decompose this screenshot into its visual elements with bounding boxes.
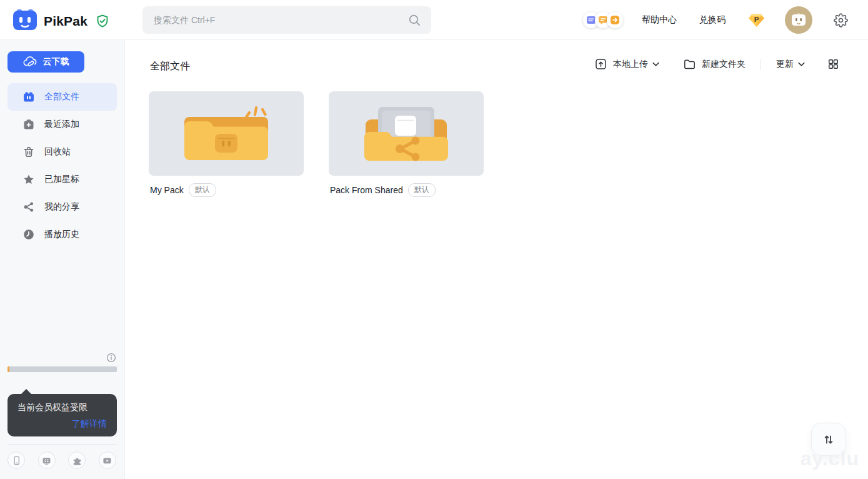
trash-icon (22, 146, 35, 158)
shared-folder-illustration (359, 101, 453, 167)
default-badge: 默认 (408, 183, 436, 197)
sidebar-footer (7, 451, 116, 469)
folder-card-pack-from-shared[interactable]: Pack From Shared 默认 (329, 91, 484, 197)
play-history-icon (22, 228, 35, 241)
update-button[interactable]: 更新 (776, 59, 805, 70)
storage-quota-bar (7, 366, 117, 372)
sidebar-item-trash[interactable]: 回收站 (7, 138, 117, 166)
arrow-mini-icon[interactable] (607, 12, 623, 28)
mobile-app-icon[interactable] (7, 451, 25, 469)
pikpak-app: PikPak (0, 0, 868, 479)
sidebar-divider (7, 444, 117, 445)
local-upload-label: 本地上传 (613, 59, 648, 70)
local-upload-button[interactable]: 本地上传 (594, 58, 659, 71)
sidebar-item-label: 全部文件 (44, 91, 79, 103)
upload-icon (594, 58, 607, 71)
page-title: 全部文件 (150, 60, 190, 73)
folder-card-my-pack[interactable]: My Pack 默认 (149, 91, 304, 197)
tv-app-icon[interactable] (38, 451, 56, 469)
sort-icon (822, 433, 836, 446)
cloud-link-icon (23, 56, 38, 68)
sidebar-item-all-files[interactable]: 全部文件 (7, 83, 117, 111)
pikpak-logo-icon (12, 9, 37, 34)
toolbar-divider (761, 59, 761, 70)
share-icon (22, 201, 35, 213)
notification-icon-cluster[interactable] (583, 12, 623, 28)
folder-name[interactable]: Pack From Shared (330, 185, 403, 195)
folder-name[interactable]: My Pack (150, 185, 184, 195)
grid-view-icon[interactable] (827, 58, 839, 70)
sidebar: 云下载 全部文件 (0, 40, 125, 479)
tooltip-title: 当前会员权益受限 (17, 402, 107, 413)
settings-gear-icon[interactable] (834, 13, 848, 28)
cloud-download-button[interactable]: 云下载 (7, 51, 84, 73)
redeem-code-link[interactable]: 兑换码 (699, 14, 726, 26)
premium-gem-badge[interactable]: P (748, 13, 765, 28)
folder-thumbnail[interactable] (329, 91, 484, 176)
default-badge: 默认 (189, 183, 216, 197)
chevron-down-icon (652, 62, 659, 67)
premium-letter: P (754, 15, 759, 23)
update-label: 更新 (776, 59, 794, 70)
folder-label-row: My Pack 默认 (149, 183, 304, 197)
folder-grid: My Pack 默认 (149, 91, 484, 197)
sidebar-item-label: 最近添加 (44, 119, 79, 130)
info-icon[interactable] (106, 353, 116, 365)
new-folder-label: 新建文件夹 (702, 59, 746, 70)
header-right: 帮助中心 兑换码 P (583, 0, 848, 40)
search-bar[interactable] (142, 6, 431, 34)
search-input[interactable] (154, 15, 407, 25)
default-folder-illustration (179, 101, 273, 167)
all-files-icon (22, 91, 35, 103)
sort-button[interactable] (811, 423, 846, 456)
cloud-download-label: 云下载 (43, 56, 69, 68)
app-header: PikPak (0, 0, 868, 40)
video-channel-icon[interactable] (99, 451, 116, 469)
folder-outline-icon (683, 58, 696, 71)
sidebar-item-starred[interactable]: 已加星标 (7, 166, 117, 193)
recent-added-icon (22, 118, 35, 131)
sidebar-item-label: 播放历史 (44, 229, 79, 240)
sidebar-menu: 全部文件 最近添加 (7, 83, 117, 248)
sidebar-item-label: 已加星标 (44, 174, 79, 185)
help-center-link[interactable]: 帮助中心 (642, 14, 677, 26)
user-avatar[interactable] (785, 6, 812, 34)
sidebar-item-my-shares[interactable]: 我的分享 (7, 193, 117, 221)
brand[interactable]: PikPak (12, 9, 110, 34)
sidebar-item-label: 回收站 (44, 146, 71, 158)
main-content: 全部文件 本地上传 (125, 40, 868, 479)
folder-label-row: Pack From Shared 默认 (329, 183, 484, 197)
new-folder-button[interactable]: 新建文件夹 (683, 58, 746, 71)
shield-check-icon (95, 14, 110, 29)
star-icon (22, 173, 35, 186)
learn-more-link[interactable]: 了解详情 (72, 418, 107, 430)
folder-thumbnail[interactable] (149, 91, 304, 176)
brand-name: PikPak (44, 14, 87, 29)
sidebar-item-recent-added[interactable]: 最近添加 (7, 111, 117, 138)
membership-tooltip: 当前会员权益受限 了解详情 (7, 394, 117, 436)
chevron-down-icon (798, 62, 805, 67)
toolbar: 本地上传 新建文件夹 更新 (594, 58, 839, 71)
search-icon[interactable] (407, 13, 421, 27)
sidebar-item-label: 我的分享 (44, 201, 79, 213)
sidebar-item-play-history[interactable]: 播放历史 (7, 221, 117, 248)
storage-quota-fill (7, 366, 9, 372)
browser-extension-icon[interactable] (68, 451, 86, 469)
